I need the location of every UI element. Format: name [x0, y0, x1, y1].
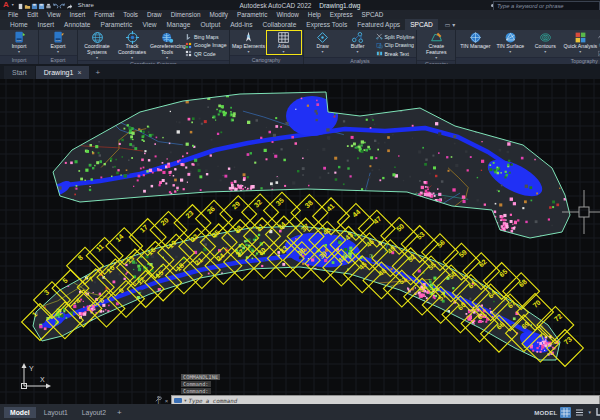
- map-elements-button[interactable]: NMap Elements▾: [232, 31, 266, 54]
- track-coordinates-button[interactable]: Track Coordinates▾: [115, 31, 149, 60]
- layout-tab-bar: ModelLayout1Layout2+: [0, 407, 125, 418]
- logo-caret-icon[interactable]: ▾: [12, 3, 14, 7]
- menu-view[interactable]: View: [47, 11, 61, 18]
- menu-express[interactable]: Express: [330, 11, 353, 18]
- qshare-icon[interactable]: [66, 3, 73, 10]
- tile-number: 72: [553, 312, 564, 322]
- menu-edit[interactable]: Edit: [27, 11, 38, 18]
- tile-number: 53: [415, 230, 426, 240]
- create-features-button[interactable]: Create Features▾: [419, 31, 453, 60]
- tin-surface-button[interactable]: TIN Surface▾: [493, 31, 527, 54]
- new-drawing-tab-button[interactable]: +: [90, 66, 105, 79]
- close-tab-icon[interactable]: ×: [77, 69, 81, 76]
- split-polyline-button[interactable]: Split Polyline: [376, 33, 415, 40]
- tile-number: 8: [76, 254, 84, 262]
- file-tab-bar: StartDrawing1×+: [0, 64, 600, 79]
- menu-window[interactable]: Window: [276, 11, 298, 18]
- ribbon-tab-view[interactable]: View: [137, 19, 161, 30]
- ribbon-panel-topography: TIN ManagerTIN Surface▾Contours▾Quick An…: [456, 30, 600, 64]
- import-button[interactable]: KMLImport▾: [2, 31, 36, 54]
- menu-spcad[interactable]: SPCAD: [362, 11, 384, 18]
- panel-body: KMLImport▾: [0, 30, 38, 55]
- export-button[interactable]: KMLExport▾: [41, 31, 75, 54]
- menu-parametric[interactable]: Parametric: [237, 11, 267, 18]
- model-space-badge[interactable]: MODEL: [534, 409, 557, 416]
- command-input[interactable]: ▾ Type a command: [171, 395, 600, 404]
- layout-tab-layout2[interactable]: Layout2: [76, 407, 112, 418]
- annotation-list-button[interactable]: [574, 407, 585, 418]
- ribbon-display-toggle-icon[interactable]: ▭ ▾: [442, 19, 458, 30]
- status-caret-icon[interactable]: ▾: [588, 409, 591, 415]
- menu-tools[interactable]: Tools: [123, 11, 138, 18]
- ribbon-tab-home[interactable]: Home: [5, 19, 33, 30]
- ribbon-tab-manage[interactable]: Manage: [162, 19, 196, 30]
- layout-tab-model[interactable]: Model: [4, 407, 36, 418]
- svg-text:KML: KML: [16, 39, 22, 42]
- ribbon-tab-featured-apps[interactable]: Featured Apps: [352, 19, 405, 30]
- file-tab-drawing1[interactable]: Drawing1×: [36, 66, 90, 79]
- tin-manager-button[interactable]: TIN Manager: [458, 31, 492, 50]
- cmd-close-icon[interactable]: ×: [165, 398, 169, 404]
- menu-help[interactable]: Help: [308, 11, 321, 18]
- bing-icon: [185, 33, 192, 40]
- search-placeholder: Type a keyword or phrase: [497, 3, 564, 9]
- tile-number: 11: [95, 243, 105, 253]
- drawing-canvas[interactable]: 1234567891011121314151617181920212223242…: [0, 79, 600, 404]
- autocad-logo-icon[interactable]: A: [3, 1, 9, 9]
- command-history-line: Command:: [181, 381, 211, 387]
- draw-button[interactable]: Draw▾: [306, 31, 340, 54]
- menu-bar: FileEditViewInsertFormatToolsDrawDimensi…: [0, 10, 600, 19]
- command-recent-caret-icon[interactable]: ▾: [184, 398, 186, 403]
- ribbon-tab-annotate[interactable]: Annotate: [59, 19, 95, 30]
- quick-analysis-button[interactable]: Quick Analysis▾: [563, 31, 597, 54]
- ucs-status-icon[interactable]: [594, 407, 600, 418]
- add-layout-button[interactable]: +: [114, 408, 125, 417]
- ribbon-tab-express-tools[interactable]: Express Tools: [301, 19, 352, 30]
- menu-draw[interactable]: Draw: [147, 11, 162, 18]
- qr-code-button[interactable]: QR Code: [185, 50, 227, 57]
- qsave-icon[interactable]: [31, 3, 38, 10]
- buffer-button[interactable]: Buffer▾: [341, 31, 375, 54]
- qopen-icon[interactable]: [24, 3, 31, 10]
- tile-number: 73: [562, 335, 573, 345]
- menu-file[interactable]: File: [8, 11, 18, 18]
- file-tab-start[interactable]: Start: [4, 66, 35, 79]
- ribbon-tab-insert[interactable]: Insert: [33, 19, 60, 30]
- qnew-icon[interactable]: [17, 3, 24, 10]
- contours-button[interactable]: Contours▾: [528, 31, 562, 54]
- menu-insert[interactable]: Insert: [70, 11, 86, 18]
- command-keyboard-icon[interactable]: [174, 398, 182, 403]
- qredo-icon[interactable]: [59, 3, 66, 10]
- georeferencing-tools-button[interactable]: Georeferencing Tools▾: [150, 31, 184, 60]
- menu-format[interactable]: Format: [94, 11, 114, 18]
- panel-name: Analysis: [304, 57, 417, 64]
- menu-dimension[interactable]: Dimension: [171, 11, 201, 18]
- qplot-icon[interactable]: [45, 3, 52, 10]
- atlas-button[interactable]: Atlas▾: [267, 31, 301, 54]
- dropdown-caret-icon: ▾: [544, 50, 546, 54]
- wrench-icon[interactable]: [155, 396, 162, 403]
- layout-tab-layout1[interactable]: Layout1: [38, 407, 74, 418]
- dropdown-caret-icon: ▾: [357, 50, 359, 54]
- break-text-button[interactable]: Break Text: [376, 50, 415, 57]
- command-line: ▏ × ▾ Type a command: [155, 396, 600, 404]
- bing-maps-button[interactable]: Bing Maps: [185, 33, 227, 40]
- google-image-button[interactable]: Google Image: [185, 42, 227, 49]
- autocad-window: A ▾ Share Autodesk AutoCAD 2022 Drawing1…: [0, 0, 600, 420]
- button-label: Create Features: [419, 44, 453, 56]
- ribbon-tab-collaborate[interactable]: Collaborate: [258, 19, 302, 30]
- grid-toggle-button[interactable]: [560, 407, 571, 418]
- command-history: COMMANDLINECommand:Command:: [181, 374, 220, 394]
- clip-drawing-button[interactable]: Clip Drawing: [376, 42, 415, 49]
- ribbon-tab-output[interactable]: Output: [195, 19, 225, 30]
- coordinate-systems-button[interactable]: Coordinate Systems▾: [80, 31, 114, 60]
- qsaveas-icon[interactable]: [38, 3, 45, 10]
- menu-modify[interactable]: Modify: [209, 11, 228, 18]
- qundo-icon[interactable]: [52, 3, 59, 10]
- tile-number: 17: [138, 223, 149, 233]
- ribbon-panel-import: KMLImport▾Import: [0, 30, 39, 64]
- ribbon-tab-add-ins[interactable]: Add-ins: [225, 19, 257, 30]
- ribbon-tab-spcad[interactable]: SPCAD: [405, 19, 438, 30]
- ribbon-tab-parametric[interactable]: Parametric: [96, 19, 138, 30]
- share-button[interactable]: Share: [78, 2, 94, 8]
